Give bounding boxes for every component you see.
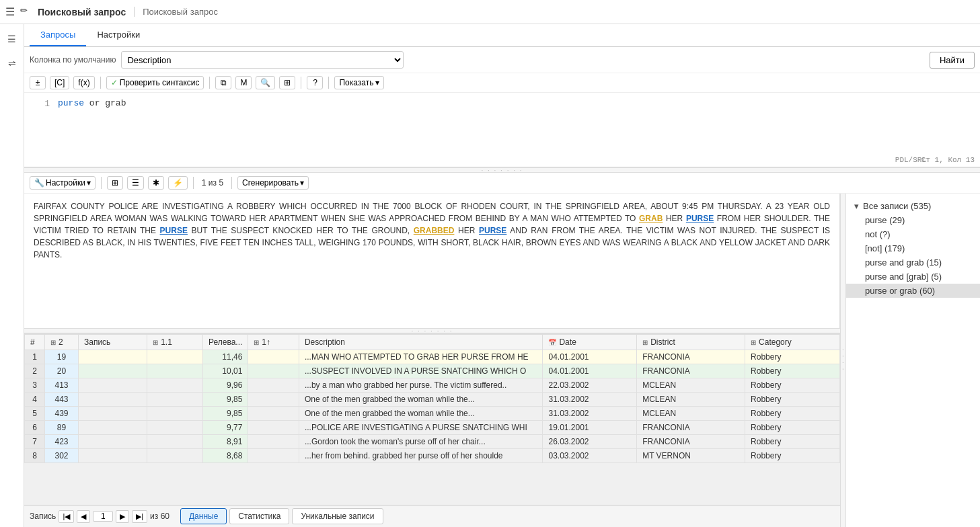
cell-date: 04.01.2001 — [543, 364, 637, 378]
sidebar-item-2[interactable]: [not] (179) — [846, 241, 980, 255]
sidebar-item-5[interactable]: purse or grab (60) — [846, 284, 980, 298]
sep4 — [328, 77, 329, 89]
sidebar-item-3[interactable]: purse and grab (15) — [846, 255, 980, 270]
tree-all-records[interactable]: ▾ Все записи (535) — [846, 199, 980, 213]
check-syntax-label: Проверить синтаксис — [120, 78, 200, 87]
col-header-date[interactable]: 📅Date — [543, 335, 637, 350]
plus-minus-btn[interactable]: ± — [30, 76, 46, 89]
sep7 — [231, 177, 232, 189]
help-btn[interactable]: ? — [307, 76, 323, 89]
col-header-record[interactable]: Запись — [79, 335, 147, 350]
star-btn[interactable]: ✱ — [148, 176, 164, 190]
fx-btn[interactable]: f(x) — [73, 76, 94, 89]
cell-district: FRANCONIA — [637, 421, 745, 435]
cell-date: 22.03.2002 — [543, 378, 637, 393]
results-toolbar: 🔧 Настройки ▾ ⊞ ☰ ✱ ⚡ 1 из 5 Сгенерирова… — [24, 173, 980, 194]
prev-record-btn[interactable]: ◀ — [77, 510, 90, 523]
generate-dropdown-btn[interactable]: Сгенерировать ▾ — [237, 176, 309, 190]
editor-text-area[interactable]: purse or grab — [58, 98, 980, 161]
table-row[interactable]: 11911,46...MAN WHO ATTEMPTED TO GRAB HER… — [25, 350, 840, 364]
table-row[interactable]: 74238,91...Gordon took the woman's purse… — [25, 435, 840, 449]
table-row[interactable]: 54399,85One of the men grabbed the woman… — [25, 407, 840, 421]
resize-handle-1[interactable]: · · · · · · · — [24, 167, 980, 173]
find-button[interactable]: Найти — [930, 52, 975, 69]
bottom-section: FAIRFAX COUNTY POLICE ARE INVESTIGATING … — [24, 194, 980, 527]
resize-handle-2[interactable]: · · · · · · · — [24, 328, 840, 333]
sidebar-item-0[interactable]: purse (29) — [846, 213, 980, 227]
hamburger-icon[interactable]: ☰ — [3, 30, 22, 48]
query-section: Колонка по умолчанию Description Найти ±… — [24, 47, 980, 194]
col-header-sort[interactable]: ⊞1↑ — [248, 335, 299, 350]
cell-district: MCLEAN — [637, 407, 745, 421]
cell-relevance-icon — [147, 407, 203, 421]
settings-dropdown-btn[interactable]: 🔧 Настройки ▾ — [30, 176, 96, 190]
col-header-relevance[interactable]: Релева... — [203, 335, 248, 350]
cell-record-id — [79, 421, 147, 435]
table-area: # ⊞2 Запись ⊞1.1 Релева... ⊞1↑ Descripti… — [24, 333, 840, 505]
tab-data[interactable]: Данные — [180, 508, 227, 524]
col-header-num[interactable]: ⊞2 — [45, 335, 79, 350]
cell-record-id — [79, 435, 147, 449]
doc-view-btn[interactable]: ☰ — [127, 176, 144, 190]
cell-date: 04.01.2001 — [543, 350, 637, 364]
last-record-btn[interactable]: ▶| — [132, 510, 147, 523]
menu-icon[interactable]: ☰ — [5, 5, 15, 18]
table-row[interactable]: 6899,77...POLICE ARE INVESTIGATING A PUR… — [25, 421, 840, 435]
cell-description: ...by a man who grabbed her purse. The v… — [299, 378, 543, 393]
left-main: FAIRFAX COUNTY POLICE ARE INVESTIGATING … — [24, 194, 840, 527]
right-panel-resize-handle[interactable]: · · · · — [840, 194, 845, 527]
cell-id: 439 — [45, 407, 79, 421]
cell-record-id — [79, 364, 147, 378]
cell-sort — [248, 449, 299, 463]
cell-category: Robbery — [745, 378, 840, 393]
col-header-category[interactable]: ⊞Category — [745, 335, 840, 350]
cell-category: Robbery — [745, 350, 840, 364]
table-row[interactable]: 22010,01...SUSPECT INVOLVED IN A PURSE S… — [25, 364, 840, 378]
cell-relevance: 9,96 — [203, 378, 248, 393]
next-record-btn[interactable]: ▶ — [116, 510, 129, 523]
column-select[interactable]: Description — [121, 51, 404, 69]
sidebar-items-container: purse (29)not (?)[not] (179)purse and gr… — [846, 213, 980, 298]
cell-category: Robbery — [745, 421, 840, 435]
first-record-btn[interactable]: |◀ — [59, 510, 74, 523]
tab-stats[interactable]: Статистика — [229, 508, 289, 524]
record-current-input[interactable] — [93, 511, 113, 522]
check-syntax-btn[interactable]: ✓ Проверить синтаксис — [106, 76, 204, 89]
show-dropdown-btn[interactable]: Показать ▾ — [334, 76, 383, 89]
col-header-rel-icon[interactable]: ⊞1.1 — [147, 335, 203, 350]
page-subtitle: Поисковый запрос — [134, 7, 218, 17]
kw-grab: grab — [105, 98, 126, 108]
c-btn[interactable]: [С] — [50, 76, 69, 89]
table-row[interactable]: 83028,68...her from behind. grabbed her … — [25, 449, 840, 463]
lightning-btn[interactable]: ⚡ — [168, 176, 188, 190]
cell-date: 31.03.2002 — [543, 407, 637, 421]
editor-line-1[interactable]: purse or grab — [58, 98, 980, 108]
editor-toolbar: ± [С] f(x) ✓ Проверить синтаксис ⧉ M 🔍 ⊞ — [24, 73, 980, 93]
search-btn[interactable]: 🔍 — [256, 76, 275, 89]
cell-id: 19 — [45, 350, 79, 364]
filter-icon[interactable]: ⇌ — [3, 54, 22, 73]
m-btn[interactable]: M — [235, 76, 252, 89]
bottom-tab-bar: Данные Статистика Уникальные записи — [175, 505, 840, 527]
app-title: Поисковый запрос — [38, 7, 126, 17]
cell-relevance: 9,85 — [203, 393, 248, 407]
cell-relevance: 10,01 — [203, 364, 248, 378]
sidebar-item-1[interactable]: not (?) — [846, 227, 980, 241]
highlight-purse-3: PURSE — [479, 226, 506, 235]
cell-row-num: 6 — [25, 421, 45, 435]
cell-district: MCLEAN — [637, 378, 745, 393]
grid-view-btn[interactable]: ⊞ — [107, 176, 123, 190]
col-header-hash[interactable]: # — [25, 335, 45, 350]
tab-queries[interactable]: Запросы — [30, 24, 86, 46]
col-header-district[interactable]: ⊞District — [637, 335, 745, 350]
copy-btn[interactable]: ⧉ — [215, 76, 231, 89]
tab-settings[interactable]: Настройки — [86, 24, 151, 46]
sidebar-item-4[interactable]: purse and [grab] (5) — [846, 270, 980, 284]
cell-row-num: 2 — [25, 364, 45, 378]
table-row[interactable]: 34139,96...by a man who grabbed her purs… — [25, 378, 840, 393]
table-row[interactable]: 44439,85One of the men grabbed the woman… — [25, 393, 840, 407]
cell-description: ...her from behind. grabbed her purse of… — [299, 449, 543, 463]
tab-unique[interactable]: Уникальные записи — [292, 508, 383, 524]
grid-btn[interactable]: ⊞ — [279, 76, 295, 89]
col-header-description[interactable]: Description — [299, 335, 543, 350]
